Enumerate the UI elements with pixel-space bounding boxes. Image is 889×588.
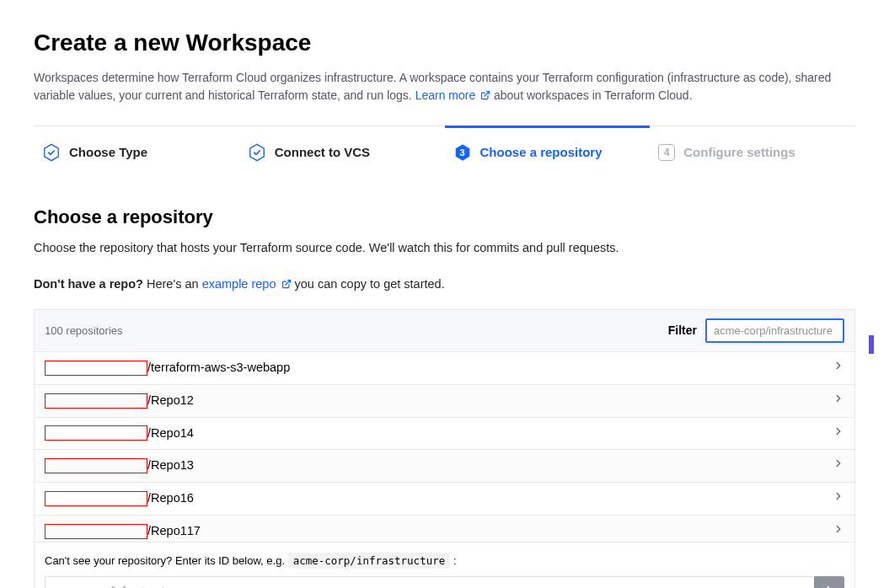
repository-name: /Repo12	[45, 392, 194, 410]
repository-count: 100 repositories	[45, 323, 123, 339]
subtitle-text-post: about workspaces in Terraform Cloud.	[494, 88, 693, 102]
step-done-icon	[248, 143, 266, 162]
manual-repo-label: Can't see your repository? Enter its ID …	[45, 553, 844, 569]
step-choose-repository[interactable]: 3 Choose a repository	[445, 126, 651, 178]
repository-row[interactable]: /Repo14	[35, 418, 854, 451]
step-number: 3	[459, 146, 464, 160]
svg-line-0	[485, 92, 490, 97]
manual-repo-input[interactable]	[45, 576, 814, 588]
repository-name: /terraform-aws-s3-webapp	[45, 359, 290, 377]
step-label: Choose Type	[69, 143, 147, 163]
external-link-icon	[480, 88, 490, 98]
repository-name: /Repo13	[45, 457, 194, 475]
repository-path: /Repo16	[147, 489, 194, 508]
step-active-icon: 3	[453, 143, 472, 162]
repository-path: /terraform-aws-s3-webapp	[147, 359, 290, 377]
manual-repo-section: Can't see your repository? Enter its ID …	[35, 542, 854, 588]
redacted-org-box	[45, 425, 147, 441]
step-label: Configure settings	[683, 143, 795, 163]
hint-pre: Here's an	[147, 277, 202, 291]
redacted-org-box	[45, 491, 147, 506]
filter-wrap: Filter	[668, 318, 844, 343]
repository-name: /Repo117	[45, 522, 201, 541]
filter-input[interactable]	[705, 318, 844, 343]
manual-example-code: acme-corp/infrastructure	[288, 553, 451, 569]
learn-more-link[interactable]: Learn more	[415, 88, 494, 102]
repository-path: /Repo14	[147, 425, 194, 443]
redacted-org-box	[45, 393, 147, 409]
repository-panel: 100 repositories Filter /terraform-aws-s…	[34, 309, 855, 588]
no-repo-hint: Don't have a repo? Here's an example rep…	[34, 275, 855, 294]
scroll-indicator	[869, 335, 874, 354]
repository-name: /Repo14	[45, 425, 194, 443]
page-subtitle: Workspaces determine how Terraform Cloud…	[34, 69, 855, 104]
hint-post: you can copy to get started.	[295, 277, 445, 291]
repository-list-header: 100 repositories Filter	[35, 310, 854, 352]
step-label: Connect to VCS	[275, 143, 370, 163]
chevron-right-icon	[833, 392, 844, 410]
section-subtitle: Choose the repository that hosts your Te…	[34, 239, 855, 258]
repository-row[interactable]: /terraform-aws-s3-webapp	[35, 352, 854, 385]
redacted-org-box	[45, 524, 147, 539]
external-link-icon	[281, 276, 292, 286]
chevron-right-icon	[833, 457, 844, 475]
chevron-right-icon	[833, 522, 844, 541]
repository-path: /Repo12	[147, 392, 194, 410]
redacted-org-box	[45, 458, 147, 473]
repository-name: /Repo16	[45, 489, 194, 508]
example-repo-label: example repo	[202, 277, 276, 291]
chevron-right-icon	[823, 584, 835, 588]
repository-row[interactable]: /Repo12	[35, 385, 854, 418]
repository-path: /Repo117	[147, 522, 201, 541]
manual-label-pre: Can't see your repository? Enter its ID …	[45, 554, 288, 567]
redacted-org-box	[45, 361, 147, 376]
filter-label: Filter	[668, 322, 697, 339]
repository-row[interactable]: /Repo117	[35, 516, 854, 542]
step-connect-vcs[interactable]: Connect to VCS	[239, 126, 445, 178]
chevron-right-icon	[833, 425, 844, 443]
page-title: Create a new Workspace	[34, 25, 855, 61]
manual-label-post: :	[453, 554, 457, 567]
section-title: Choose a repository	[34, 203, 855, 231]
manual-repo-submit-button[interactable]	[814, 576, 844, 588]
svg-line-1	[286, 281, 291, 286]
stepper: Choose Type Connect to VCS 3 Choose a re…	[34, 126, 855, 178]
chevron-right-icon	[833, 359, 844, 377]
repository-row[interactable]: /Repo13	[35, 450, 854, 483]
chevron-right-icon	[833, 489, 844, 508]
example-repo-link[interactable]: example repo	[202, 277, 295, 291]
step-configure-settings: 4 Configure settings	[650, 126, 855, 178]
repository-row[interactable]: /Repo16	[35, 483, 854, 516]
repository-list[interactable]: /terraform-aws-s3-webapp /Repo12 /Repo14	[35, 352, 854, 542]
repository-path: /Repo13	[147, 457, 194, 475]
step-future-icon: 4	[658, 144, 675, 161]
manual-input-row	[45, 576, 844, 588]
step-done-icon	[42, 143, 61, 162]
learn-more-label: Learn more	[415, 88, 476, 102]
step-label: Choose a repository	[480, 143, 602, 163]
hint-bold: Don't have a repo?	[34, 277, 143, 291]
step-choose-type[interactable]: Choose Type	[34, 126, 239, 178]
